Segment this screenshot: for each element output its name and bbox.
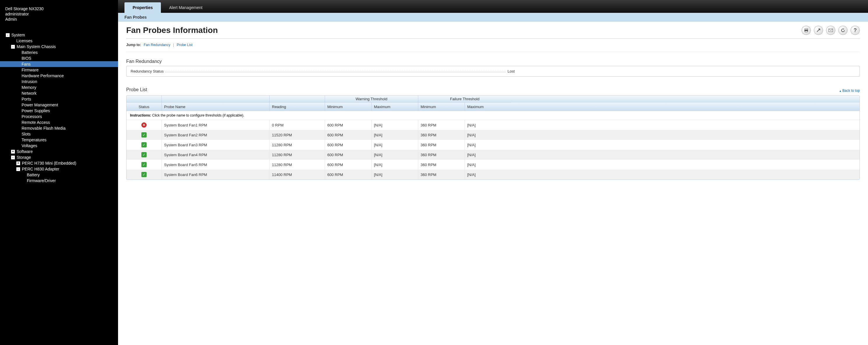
tree-item-processors[interactable]: Processors bbox=[0, 114, 118, 120]
collapse-icon[interactable]: - bbox=[6, 33, 10, 37]
tree-item-power-supplies[interactable]: Power Supplies bbox=[0, 108, 118, 114]
redundancy-title: Fan Redundancy bbox=[126, 59, 860, 64]
tree-item-label: PERC H730 Mini (Embedded) bbox=[22, 161, 76, 165]
collapse-icon[interactable]: - bbox=[16, 167, 20, 171]
status-ok-icon: ✓ bbox=[142, 152, 147, 157]
refresh-icon[interactable] bbox=[838, 26, 847, 35]
tree-item-label: Slots bbox=[22, 132, 31, 136]
tree-item-bios[interactable]: BIOS bbox=[0, 55, 118, 61]
cell-name[interactable]: System Board Fan5 RPM bbox=[161, 160, 269, 169]
page-title: Fan Probes Information bbox=[126, 26, 218, 35]
table-row: ✓System Board Fan5 RPM11280 RPM600 RPM[N… bbox=[126, 160, 860, 169]
expand-icon[interactable]: + bbox=[11, 150, 15, 154]
cell-fmax: [N/A] bbox=[465, 150, 511, 160]
redundancy-status-line: Redundancy Status Lost bbox=[131, 69, 856, 73]
cell-wmin: 600 RPM bbox=[325, 120, 371, 130]
tree-item-slots[interactable]: Slots bbox=[0, 131, 118, 137]
tree-item-memory[interactable]: Memory bbox=[0, 85, 118, 90]
tree-item-hardware-performance[interactable]: Hardware Performance bbox=[0, 73, 118, 79]
cell-wmin: 600 RPM bbox=[325, 140, 371, 150]
cell-reading: 11280 RPM bbox=[269, 160, 325, 169]
sub-header: Fan Probes bbox=[118, 13, 868, 22]
cell-fmax: [N/A] bbox=[465, 130, 511, 140]
redundancy-panel: Redundancy Status Lost bbox=[126, 66, 860, 76]
tree-item-label: Removable Flash Media bbox=[22, 126, 66, 130]
tree-item-system[interactable]: -System bbox=[0, 32, 118, 38]
tree-item-intrusion[interactable]: Intrusion bbox=[0, 79, 118, 85]
email-icon[interactable] bbox=[826, 26, 835, 35]
tree-item-storage[interactable]: -Storage bbox=[0, 154, 118, 160]
tab-properties[interactable]: Properties bbox=[124, 2, 161, 13]
tree-item-network[interactable]: Network bbox=[0, 90, 118, 96]
tree-item-perc-h730-mini-embedded-[interactable]: +PERC H730 Mini (Embedded) bbox=[0, 160, 118, 166]
cell-wmin: 600 RPM bbox=[325, 169, 371, 180]
probe-instructions: Instructions: Click the probe name to co… bbox=[126, 111, 860, 120]
tree-item-main-system-chassis[interactable]: -Main System Chassis bbox=[0, 44, 118, 50]
col-warn-max: Maximum bbox=[371, 102, 418, 111]
cell-fmax: [N/A] bbox=[465, 169, 511, 180]
jump-link-probelist[interactable]: Probe List bbox=[177, 43, 192, 47]
tree-item-label: Processors bbox=[22, 114, 42, 119]
cell-status: ✓ bbox=[126, 150, 161, 160]
instructions-text: Click the probe name to configure thresh… bbox=[151, 113, 245, 118]
tree-item-power-management[interactable]: Power Management bbox=[0, 102, 118, 108]
tree-item-label: Firmware bbox=[22, 68, 38, 72]
content-area: Fan Probes Information ? Jump to: Fan Re… bbox=[118, 22, 868, 345]
tree-item-remote-access[interactable]: Remote Access bbox=[0, 120, 118, 125]
cell-wmax: [N/A] bbox=[371, 160, 418, 169]
tree-item-label: Battery bbox=[27, 172, 40, 177]
collapse-icon[interactable]: - bbox=[11, 156, 15, 159]
cell-name[interactable]: System Board Fan3 RPM bbox=[161, 140, 269, 150]
tree-item-licenses[interactable]: Licenses bbox=[0, 38, 118, 44]
tree-item-firmware-driver[interactable]: Firmware/Driver bbox=[0, 178, 118, 184]
print-icon[interactable] bbox=[802, 26, 811, 35]
tree-item-label: Power Management bbox=[22, 102, 58, 107]
tree-item-voltages[interactable]: Voltages bbox=[0, 143, 118, 149]
redundancy-status-label: Redundancy Status bbox=[131, 69, 163, 73]
tree-item-label: Fans bbox=[22, 62, 31, 66]
tree-item-label: Batteries bbox=[22, 50, 38, 55]
tree-item-label: Intrusion bbox=[22, 79, 37, 84]
tree-item-label: Ports bbox=[22, 97, 31, 101]
export-icon[interactable] bbox=[814, 26, 823, 35]
tab-alert-management[interactable]: Alert Management bbox=[161, 2, 211, 13]
tree-item-perc-h830-adapter[interactable]: -PERC H830 Adapter bbox=[0, 166, 118, 172]
sidebar-header: Dell Storage NX3230 administrator Admin bbox=[0, 0, 118, 24]
cell-status: ✓ bbox=[126, 130, 161, 140]
help-icon[interactable]: ? bbox=[850, 26, 860, 35]
cell-wmin: 600 RPM bbox=[325, 160, 371, 169]
cell-name[interactable]: System Board Fan4 RPM bbox=[161, 150, 269, 160]
tree-item-battery[interactable]: Battery bbox=[0, 172, 118, 178]
cell-name[interactable]: System Board Fan6 RPM bbox=[161, 169, 269, 180]
tree-item-fans[interactable]: Fans bbox=[0, 61, 118, 67]
tree-item-software[interactable]: +Software bbox=[0, 149, 118, 154]
table-row: ✕System Board Fan1 RPM0 RPM600 RPM[N/A]3… bbox=[126, 120, 860, 130]
cell-wmax: [N/A] bbox=[371, 169, 418, 180]
expand-icon[interactable]: + bbox=[16, 161, 20, 165]
jump-link-redundancy[interactable]: Fan Redundancy bbox=[144, 43, 170, 47]
header-failure-threshold: Failure Threshold bbox=[418, 96, 511, 102]
col-fail-max: Maximum bbox=[465, 102, 511, 111]
status-ok-icon: ✓ bbox=[142, 172, 147, 177]
col-fail-min: Minimum bbox=[418, 102, 465, 111]
cell-name[interactable]: System Board Fan2 RPM bbox=[161, 130, 269, 140]
tree-item-label: Main System Chassis bbox=[17, 44, 56, 49]
user-role: Admin bbox=[5, 17, 113, 22]
tabs-bar: Properties Alert Management bbox=[118, 0, 868, 13]
cell-reading: 11520 RPM bbox=[269, 130, 325, 140]
back-to-top-link[interactable]: Back to top bbox=[839, 89, 860, 93]
tree-item-firmware[interactable]: Firmware bbox=[0, 67, 118, 73]
status-error-icon: ✕ bbox=[142, 122, 147, 128]
tree-item-temperatures[interactable]: Temperatures bbox=[0, 137, 118, 143]
table-row: ✓System Board Fan3 RPM11280 RPM600 RPM[N… bbox=[126, 140, 860, 150]
table-row: ✓System Board Fan6 RPM11400 RPM600 RPM[N… bbox=[126, 169, 860, 180]
cell-name[interactable]: System Board Fan1 RPM bbox=[161, 120, 269, 130]
tree-item-ports[interactable]: Ports bbox=[0, 96, 118, 102]
nav-tree-container[interactable]: -SystemLicenses-Main System ChassisBatte… bbox=[0, 24, 118, 345]
tree-item-batteries[interactable]: Batteries bbox=[0, 50, 118, 55]
cell-status: ✓ bbox=[126, 169, 161, 180]
tree-item-removable-flash-media[interactable]: Removable Flash Media bbox=[0, 125, 118, 131]
tree-item-label: PERC H830 Adapter bbox=[22, 167, 59, 171]
jump-label: Jump to: bbox=[126, 43, 141, 47]
collapse-icon[interactable]: - bbox=[11, 45, 15, 49]
